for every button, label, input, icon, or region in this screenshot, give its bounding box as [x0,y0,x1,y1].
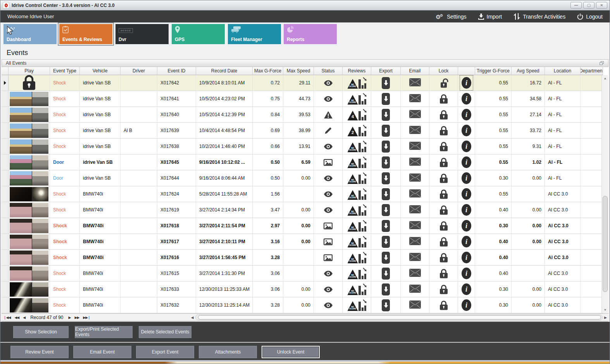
reviews-cell[interactable]: NO SCORE [343,282,371,297]
tab-events-reviews[interactable]: Events & Reviews [59,24,112,44]
email-cell[interactable] [401,266,429,281]
maximize-button[interactable]: ▢ [583,2,594,9]
tab-fleet-manager[interactable]: Fleet Manager [228,24,281,44]
info-cell[interactable]: i [458,139,475,154]
export-cell[interactable] [371,139,401,154]
hscroll-right-icon[interactable]: ▶ [604,316,608,319]
column-header[interactable]: Avg Speed [512,67,545,75]
column-header[interactable]: Department [581,67,603,75]
reviews-cell[interactable]: NO SCORE [343,170,371,186]
column-header[interactable]: Export [371,67,401,75]
event-row[interactable]: Shock BMW740i X017619 3/27/2014 2:14:34 … [2,202,603,218]
play-cell[interactable] [9,75,50,91]
email-cell[interactable] [401,107,429,122]
play-cell[interactable] [9,282,50,297]
info-cell[interactable]: i [458,234,475,249]
lock-cell[interactable] [429,139,458,154]
play-cell[interactable] [9,297,50,313]
info-cell[interactable]: i [458,218,475,234]
export-event-button[interactable]: Export Event [136,346,194,358]
play-cell[interactable] [9,91,50,106]
info-cell[interactable]: i [458,170,475,186]
unlock-event-button[interactable]: Unlock Event [262,346,320,358]
attachments-button[interactable]: Attachments [199,346,257,358]
nav-last-button[interactable]: ▶▶❘ [81,316,92,319]
event-row[interactable]: Shock BMW740i X017632 12/30/2013 11:25:1… [2,297,603,313]
event-row[interactable]: Shock idrive Van SB X017641 10/5/2014 4:… [2,91,603,107]
hscroll-left-icon[interactable]: ◀ [191,316,194,319]
transfer-activities-button[interactable]: Transfer Activities [514,13,565,20]
nav-fast-next-button[interactable]: ▶▶ [72,316,81,319]
play-cell[interactable] [9,139,50,154]
lock-cell[interactable] [429,91,458,106]
review-event-button[interactable]: Review Event [10,346,69,358]
nav-next-button[interactable]: ▶ [67,316,73,319]
event-row[interactable]: Shock BMW740i X017615 3/27/2014 1:31:30 … [2,266,603,282]
show-selection-button[interactable]: Show Selection [13,326,69,338]
email-cell[interactable] [401,250,429,265]
lock-cell[interactable] [429,234,458,249]
reviews-cell[interactable]: NO SCORE [343,91,371,106]
nav-first-button[interactable]: ❘◀◀ [2,316,12,319]
column-header[interactable]: Event Type [50,67,80,75]
export-cell[interactable] [371,155,401,170]
info-cell[interactable]: i [458,250,475,265]
event-row[interactable]: Shock BMW740i X017624 5/28/2014 11:55:28… [2,186,603,202]
play-cell[interactable] [9,234,50,249]
column-header[interactable]: Max G-Force [253,67,283,75]
event-row[interactable]: Shock BMW740i X017616 3/27/2014 1:56:45 … [2,250,603,266]
reviews-cell[interactable]: 4 [343,107,371,122]
email-cell[interactable] [401,202,429,218]
vertical-scroll-thumb[interactable] [603,196,608,292]
play-cell[interactable] [9,266,50,281]
event-row[interactable]: Shock BMW740i X017618 3/27/2014 2:11:54 … [2,218,603,234]
event-row[interactable]: Shock idrive Van SB X017642 10/9/2014 8:… [2,75,603,91]
info-cell[interactable]: i [458,91,475,106]
reviews-cell[interactable]: NO SCORE [343,75,371,91]
column-header[interactable] [2,67,9,75]
export-cell[interactable] [371,107,401,122]
reviews-cell[interactable]: NO SCORE [343,234,371,249]
lock-cell[interactable] [429,218,458,234]
play-cell[interactable] [9,202,50,218]
email-cell[interactable] [401,155,429,170]
export-cell[interactable] [371,297,401,313]
logout-button[interactable]: Logout [577,14,603,20]
column-header[interactable]: Max Speed [283,67,314,75]
info-cell[interactable]: i [458,123,475,138]
info-cell[interactable]: i [458,186,475,202]
lock-cell[interactable] [429,282,458,297]
reviews-cell[interactable]: NO SCORE [343,139,371,154]
export-cell[interactable] [371,75,401,91]
column-header[interactable]: Trigger G-Force [475,67,512,75]
email-cell[interactable] [401,170,429,186]
email-event-button[interactable]: Email Event [73,346,131,358]
email-cell[interactable] [401,297,429,313]
lock-cell[interactable] [429,202,458,218]
event-row[interactable]: Door idrive Van SB X017645 9/16/2014 10:… [2,155,603,170]
reviews-cell[interactable]: NO SCORE [343,266,371,281]
column-header[interactable]: Location [545,67,581,75]
export-cell[interactable] [371,123,401,138]
play-cell[interactable] [9,107,50,122]
info-cell[interactable]: i [458,202,475,218]
column-header[interactable] [458,67,475,75]
email-cell[interactable] [401,218,429,234]
play-cell[interactable] [9,186,50,202]
settings-button[interactable]: ⚙⚙ Settings [436,13,467,20]
reviews-cell[interactable]: 2 [343,123,371,138]
email-cell[interactable] [401,123,429,138]
email-cell[interactable] [401,91,429,106]
cascade-windows-icon[interactable] [600,61,604,65]
export-cell[interactable] [371,282,401,297]
scroll-down-icon[interactable]: ▼ [602,307,608,313]
lock-cell[interactable] [429,266,458,281]
delete-selected-button[interactable]: Delete Selected Events [139,326,191,338]
reviews-cell[interactable]: NO SCORE [343,250,371,265]
email-cell[interactable] [401,186,429,202]
column-header[interactable]: Vehicle [80,67,121,75]
horizontal-scrollbar[interactable] [195,314,603,320]
export-cell[interactable] [371,234,401,249]
import-button[interactable]: Import [478,14,502,20]
export-cell[interactable] [371,170,401,186]
